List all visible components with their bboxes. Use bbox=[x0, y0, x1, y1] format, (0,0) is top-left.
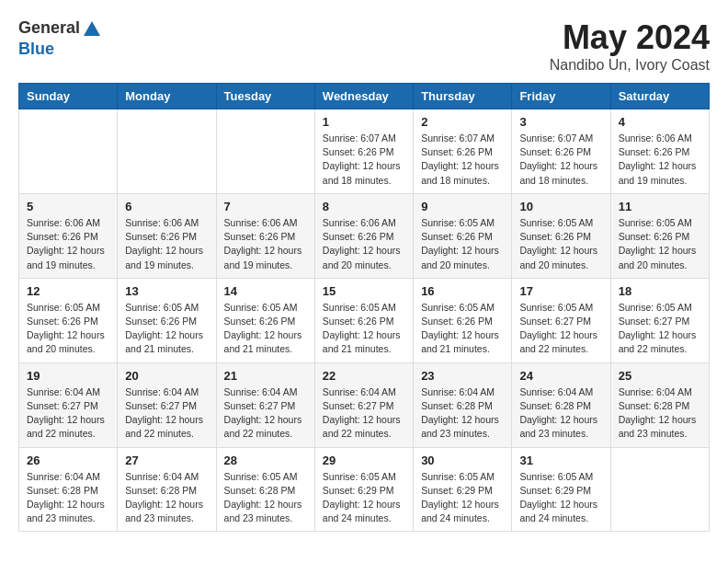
day-number: 14 bbox=[224, 284, 307, 298]
day-number: 31 bbox=[519, 454, 602, 467]
calendar-cell-4-3: 21Sunrise: 6:04 AM Sunset: 6:27 PM Dayli… bbox=[216, 362, 314, 447]
day-number: 15 bbox=[323, 284, 405, 298]
day-info: Sunrise: 6:06 AM Sunset: 6:26 PM Dayligh… bbox=[224, 216, 307, 272]
day-info: Sunrise: 6:04 AM Sunset: 6:28 PM Dayligh… bbox=[619, 385, 701, 442]
svg-marker-0 bbox=[84, 21, 100, 36]
day-info: Sunrise: 6:05 AM Sunset: 6:27 PM Dayligh… bbox=[619, 301, 701, 357]
week-row-4: 19Sunrise: 6:04 AM Sunset: 6:27 PM Dayli… bbox=[19, 362, 710, 447]
week-row-2: 5Sunrise: 6:06 AM Sunset: 6:26 PM Daylig… bbox=[19, 193, 710, 278]
day-info: Sunrise: 6:05 AM Sunset: 6:27 PM Dayligh… bbox=[519, 301, 602, 357]
day-number: 12 bbox=[27, 284, 109, 298]
calendar-cell-4-7: 25Sunrise: 6:04 AM Sunset: 6:28 PM Dayli… bbox=[610, 362, 709, 447]
calendar-cell-3-7: 18Sunrise: 6:05 AM Sunset: 6:27 PM Dayli… bbox=[610, 278, 709, 362]
weekday-header-monday: Monday bbox=[118, 84, 216, 109]
day-info: Sunrise: 6:04 AM Sunset: 6:28 PM Dayligh… bbox=[27, 470, 109, 526]
weekday-header-sunday: Sunday bbox=[19, 84, 118, 109]
day-number: 16 bbox=[421, 284, 504, 298]
page-header: General Blue May 2024 Nandibo Un, Ivory … bbox=[18, 18, 710, 74]
day-info: Sunrise: 6:07 AM Sunset: 6:26 PM Dayligh… bbox=[421, 132, 504, 188]
calendar-cell-1-2 bbox=[118, 109, 216, 194]
location-title: Nandibo Un, Ivory Coast bbox=[550, 57, 710, 74]
calendar-table: SundayMondayTuesdayWednesdayThursdayFrid… bbox=[18, 83, 710, 532]
day-info: Sunrise: 6:07 AM Sunset: 6:26 PM Dayligh… bbox=[323, 132, 405, 188]
day-info: Sunrise: 6:07 AM Sunset: 6:26 PM Dayligh… bbox=[519, 132, 602, 188]
logo-icon bbox=[82, 19, 102, 40]
day-number: 6 bbox=[125, 200, 208, 213]
weekday-header-friday: Friday bbox=[512, 84, 610, 109]
calendar-cell-5-7 bbox=[610, 447, 709, 532]
day-info: Sunrise: 6:04 AM Sunset: 6:28 PM Dayligh… bbox=[125, 470, 208, 526]
calendar-cell-1-3 bbox=[216, 109, 314, 194]
week-row-1: 1Sunrise: 6:07 AM Sunset: 6:26 PM Daylig… bbox=[19, 109, 710, 194]
day-info: Sunrise: 6:04 AM Sunset: 6:27 PM Dayligh… bbox=[323, 385, 405, 442]
calendar-cell-4-2: 20Sunrise: 6:04 AM Sunset: 6:27 PM Dayli… bbox=[118, 362, 216, 447]
day-info: Sunrise: 6:05 AM Sunset: 6:26 PM Dayligh… bbox=[224, 301, 307, 357]
calendar-cell-5-6: 31Sunrise: 6:05 AM Sunset: 6:29 PM Dayli… bbox=[512, 447, 610, 532]
day-info: Sunrise: 6:06 AM Sunset: 6:26 PM Dayligh… bbox=[619, 132, 701, 188]
day-info: Sunrise: 6:04 AM Sunset: 6:28 PM Dayligh… bbox=[421, 385, 504, 442]
weekday-header-row: SundayMondayTuesdayWednesdayThursdayFrid… bbox=[19, 84, 710, 109]
weekday-header-tuesday: Tuesday bbox=[216, 84, 314, 109]
calendar-cell-4-1: 19Sunrise: 6:04 AM Sunset: 6:27 PM Dayli… bbox=[19, 362, 118, 447]
day-info: Sunrise: 6:05 AM Sunset: 6:29 PM Dayligh… bbox=[421, 470, 504, 526]
day-number: 18 bbox=[619, 284, 701, 298]
month-title: May 2024 bbox=[550, 18, 710, 57]
day-number: 21 bbox=[224, 369, 307, 383]
calendar-cell-2-4: 8Sunrise: 6:06 AM Sunset: 6:26 PM Daylig… bbox=[314, 193, 413, 278]
day-number: 29 bbox=[323, 454, 405, 467]
day-number: 19 bbox=[27, 369, 109, 383]
calendar-cell-5-3: 28Sunrise: 6:05 AM Sunset: 6:28 PM Dayli… bbox=[216, 447, 314, 532]
day-info: Sunrise: 6:05 AM Sunset: 6:26 PM Dayligh… bbox=[125, 301, 208, 357]
day-info: Sunrise: 6:05 AM Sunset: 6:26 PM Dayligh… bbox=[27, 301, 109, 357]
day-info: Sunrise: 6:05 AM Sunset: 6:26 PM Dayligh… bbox=[421, 216, 504, 272]
day-number: 28 bbox=[224, 454, 307, 467]
weekday-header-saturday: Saturday bbox=[610, 84, 709, 109]
day-number: 26 bbox=[27, 454, 109, 467]
calendar-cell-4-6: 24Sunrise: 6:04 AM Sunset: 6:28 PM Dayli… bbox=[512, 362, 610, 447]
day-info: Sunrise: 6:05 AM Sunset: 6:26 PM Dayligh… bbox=[421, 301, 504, 357]
day-number: 9 bbox=[421, 200, 504, 213]
calendar-cell-2-5: 9Sunrise: 6:05 AM Sunset: 6:26 PM Daylig… bbox=[414, 193, 512, 278]
calendar-cell-2-1: 5Sunrise: 6:06 AM Sunset: 6:26 PM Daylig… bbox=[19, 193, 118, 278]
day-number: 25 bbox=[619, 369, 701, 383]
day-number: 4 bbox=[619, 115, 701, 129]
day-number: 1 bbox=[323, 115, 405, 129]
calendar-cell-1-5: 2Sunrise: 6:07 AM Sunset: 6:26 PM Daylig… bbox=[414, 109, 512, 194]
day-number: 7 bbox=[224, 200, 307, 213]
day-number: 27 bbox=[125, 454, 208, 467]
week-row-3: 12Sunrise: 6:05 AM Sunset: 6:26 PM Dayli… bbox=[19, 278, 710, 362]
calendar-cell-2-7: 11Sunrise: 6:05 AM Sunset: 6:26 PM Dayli… bbox=[610, 193, 709, 278]
day-info: Sunrise: 6:04 AM Sunset: 6:27 PM Dayligh… bbox=[224, 385, 307, 442]
calendar-cell-5-1: 26Sunrise: 6:04 AM Sunset: 6:28 PM Dayli… bbox=[19, 447, 118, 532]
calendar-cell-1-4: 1Sunrise: 6:07 AM Sunset: 6:26 PM Daylig… bbox=[314, 109, 413, 194]
day-info: Sunrise: 6:04 AM Sunset: 6:28 PM Dayligh… bbox=[519, 385, 602, 442]
day-info: Sunrise: 6:05 AM Sunset: 6:26 PM Dayligh… bbox=[323, 301, 405, 357]
calendar-cell-3-3: 14Sunrise: 6:05 AM Sunset: 6:26 PM Dayli… bbox=[216, 278, 314, 362]
calendar-cell-3-4: 15Sunrise: 6:05 AM Sunset: 6:26 PM Dayli… bbox=[314, 278, 413, 362]
title-block: May 2024 Nandibo Un, Ivory Coast bbox=[550, 18, 710, 74]
calendar-cell-5-4: 29Sunrise: 6:05 AM Sunset: 6:29 PM Dayli… bbox=[314, 447, 413, 532]
calendar-cell-5-5: 30Sunrise: 6:05 AM Sunset: 6:29 PM Dayli… bbox=[414, 447, 512, 532]
day-number: 10 bbox=[519, 200, 602, 213]
weekday-header-wednesday: Wednesday bbox=[314, 84, 413, 109]
logo: General Blue bbox=[18, 18, 104, 59]
day-info: Sunrise: 6:04 AM Sunset: 6:27 PM Dayligh… bbox=[27, 385, 109, 442]
day-number: 22 bbox=[323, 369, 405, 383]
calendar-cell-3-6: 17Sunrise: 6:05 AM Sunset: 6:27 PM Dayli… bbox=[512, 278, 610, 362]
calendar-cell-1-1 bbox=[19, 109, 118, 194]
calendar-cell-3-5: 16Sunrise: 6:05 AM Sunset: 6:26 PM Dayli… bbox=[414, 278, 512, 362]
logo-blue: Blue bbox=[18, 40, 54, 58]
day-info: Sunrise: 6:06 AM Sunset: 6:26 PM Dayligh… bbox=[27, 216, 109, 272]
day-number: 2 bbox=[421, 115, 504, 129]
weekday-header-thursday: Thursday bbox=[414, 84, 512, 109]
calendar-cell-1-7: 4Sunrise: 6:06 AM Sunset: 6:26 PM Daylig… bbox=[610, 109, 709, 194]
week-row-5: 26Sunrise: 6:04 AM Sunset: 6:28 PM Dayli… bbox=[19, 447, 710, 532]
day-info: Sunrise: 6:05 AM Sunset: 6:26 PM Dayligh… bbox=[619, 216, 701, 272]
logo-general: General bbox=[18, 18, 80, 37]
calendar-cell-5-2: 27Sunrise: 6:04 AM Sunset: 6:28 PM Dayli… bbox=[118, 447, 216, 532]
day-info: Sunrise: 6:06 AM Sunset: 6:26 PM Dayligh… bbox=[323, 216, 405, 272]
calendar-cell-4-4: 22Sunrise: 6:04 AM Sunset: 6:27 PM Dayli… bbox=[314, 362, 413, 447]
day-info: Sunrise: 6:05 AM Sunset: 6:29 PM Dayligh… bbox=[519, 470, 602, 526]
day-info: Sunrise: 6:05 AM Sunset: 6:29 PM Dayligh… bbox=[323, 470, 405, 526]
day-number: 8 bbox=[323, 200, 405, 213]
